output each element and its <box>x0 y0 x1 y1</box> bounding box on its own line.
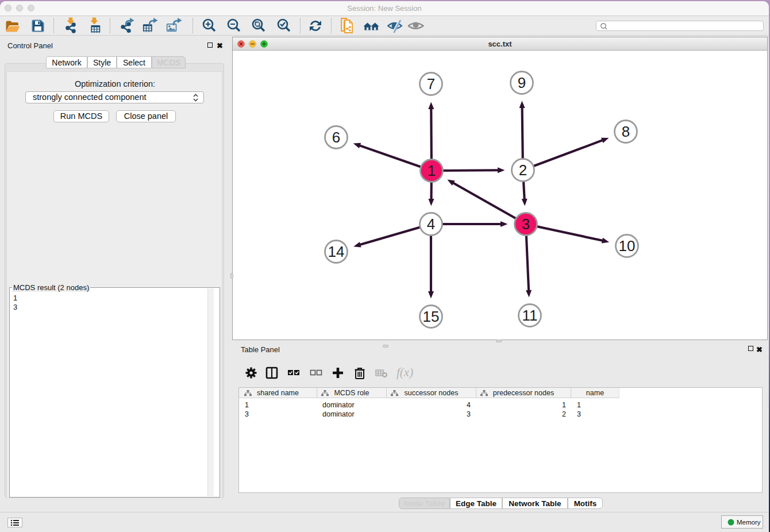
svg-text:9: 9 <box>518 74 526 91</box>
svg-text:6: 6 <box>332 129 340 146</box>
svg-text:7: 7 <box>427 75 435 92</box>
svg-text:8: 8 <box>622 123 630 140</box>
svg-text:14: 14 <box>328 243 345 260</box>
svg-text:10: 10 <box>619 237 636 255</box>
svg-text:2: 2 <box>519 161 527 179</box>
svg-text:4: 4 <box>427 215 435 233</box>
svg-text:3: 3 <box>522 215 530 233</box>
svg-text:1: 1 <box>428 162 436 179</box>
svg-text:15: 15 <box>423 308 440 325</box>
svg-text:11: 11 <box>522 307 538 324</box>
